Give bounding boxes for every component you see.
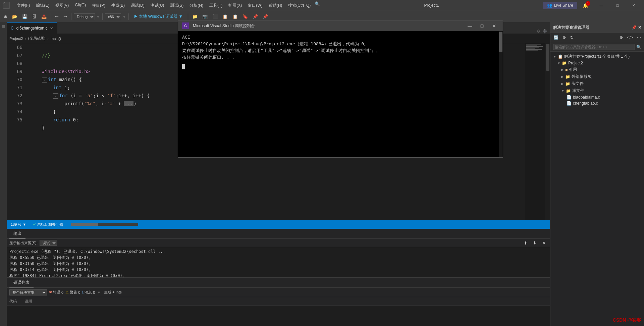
dc-close-btn[interactable]: ✕ <box>489 21 499 31</box>
toolbar-btn-extra-3[interactable]: ⬛ <box>211 13 219 20</box>
menu-help[interactable]: 帮助(H) <box>266 1 285 10</box>
toolbar-saveall-btn[interactable]: 🗄 <box>31 13 38 20</box>
zoom-status[interactable]: 189 % ▼ <box>9 222 28 226</box>
dc-line-0: ACE <box>182 34 499 41</box>
code-line-75: } <box>31 125 45 130</box>
line-num: 74 <box>7 108 22 116</box>
toolbar-open-btn[interactable]: 📂 <box>10 13 19 20</box>
menu-file[interactable]: 文件(F) <box>14 1 33 10</box>
file-chengfabiao[interactable]: 📄 chengfabiao.c <box>550 100 644 106</box>
editor-scrollbar[interactable] <box>545 43 550 220</box>
menu-window[interactable]: 窗口(W) <box>245 1 265 10</box>
solution-node[interactable]: ▼ 📋 解决方案"Project1"(1 个项目/共 1 个) <box>550 53 644 60</box>
toolbar-save-btn[interactable]: 💾 <box>20 13 29 20</box>
se-sync-btn[interactable]: 🔄 <box>552 34 560 41</box>
toolbar-btn-extra-7[interactable]: 📌 <box>251 13 260 20</box>
platform-select[interactable]: x86 <box>105 13 121 20</box>
redo-button[interactable]: ↪ <box>62 13 69 20</box>
external-deps-node[interactable]: ▶ 📁 外部依赖项 <box>550 73 644 80</box>
output-btn-1[interactable]: ⬆ <box>522 239 529 247</box>
project-node[interactable]: ▼ 📁 Project2 <box>550 60 644 66</box>
file-biaobaidaima-label: biaobaidaima.c <box>573 95 600 100</box>
minimap <box>525 43 545 220</box>
menu-view[interactable]: 视图(V) <box>53 1 71 10</box>
debug-config-select[interactable]: Debug <box>74 13 95 20</box>
menu-project[interactable]: 项目(P) <box>89 1 108 10</box>
se-refresh-btn[interactable]: ↻ <box>569 34 575 41</box>
toolbar-sep-2 <box>71 13 71 20</box>
menu-analyze[interactable]: 分析(N) <box>187 1 206 10</box>
no-issues-status[interactable]: ✔ 未找到相关问题 <box>32 222 64 227</box>
dc-maximize-btn[interactable]: □ <box>477 21 487 31</box>
se-code-btn[interactable]: </> <box>626 34 635 41</box>
se-pin-icon[interactable]: 📌 <box>632 25 637 30</box>
se-more-btn[interactable]: ⋯ <box>635 34 643 41</box>
solution-tree: ▼ 📋 解决方案"Project1"(1 个项目/共 1 个) ▼ 📁 Proj… <box>550 52 644 326</box>
live-share-button[interactable]: 👥 Live Share <box>543 2 577 9</box>
debug-console-scrollbar[interactable] <box>499 31 503 157</box>
se-close-icon[interactable]: ✕ <box>638 25 641 30</box>
dc-minimize-btn[interactable]: — <box>465 21 475 31</box>
toolbar-btn-extra-4[interactable]: 📋 <box>221 13 229 20</box>
minimize-button[interactable]: — <box>594 0 609 11</box>
menu-edit[interactable]: 编辑(E) <box>33 1 52 10</box>
header-files-node[interactable]: ▶ 📁 头文件 <box>550 80 644 87</box>
output-tab[interactable]: 输出 <box>9 229 25 238</box>
solution-label: 解决方案"Project1"(1 个项目/共 1 个) <box>564 54 630 59</box>
new-tab-icon[interactable]: ➕ <box>542 29 547 34</box>
menu-test2[interactable]: 测试(S) <box>167 1 186 10</box>
breadcrumb-project[interactable]: Project2 <box>9 37 23 41</box>
dc-cursor: █ <box>182 64 185 69</box>
menu-extensions[interactable]: 扩展(X) <box>226 1 245 10</box>
info-count-badge: ℹ 消息 0 <box>82 290 95 295</box>
menu-test1[interactable]: 测试(U) <box>148 1 167 10</box>
toolbar-btn-extra-8[interactable]: 📌 <box>261 13 270 20</box>
menu-build[interactable]: 生成(B) <box>109 1 127 10</box>
breadcrumb-symbol[interactable]: main() <box>51 37 61 41</box>
output-btn-2[interactable]: ⬇ <box>531 239 538 247</box>
scroll-thumb[interactable] <box>546 44 549 71</box>
references-node[interactable]: ▶ ■ 引用 <box>550 66 644 73</box>
toolbar-btn-extra-2[interactable]: 📷 <box>201 13 209 20</box>
editor-tab-active[interactable]: C di5zhangshixun.c ✕ <box>7 22 57 34</box>
se-props-btn[interactable]: ⚙ <box>618 34 625 41</box>
toolbar-btn-extra-5[interactable]: 📋 <box>231 13 239 20</box>
se-search-icon[interactable]: 🔍 <box>636 45 641 49</box>
breadcrumb-sep-1: › <box>25 37 26 41</box>
notification-bell[interactable]: 🔔 1 <box>583 2 588 8</box>
se-search-input[interactable] <box>553 44 635 50</box>
tab-options-icon[interactable]: ⚙ <box>537 29 540 34</box>
debug-scroll-thumb[interactable] <box>499 32 502 52</box>
toolbar-btn-extra-6[interactable]: 🔖 <box>241 13 250 20</box>
menu-tools[interactable]: 工具(T) <box>207 1 225 10</box>
output-panel-toolbar: 显示输出来源(S): 调试 ⬆ ⬇ ✕ <box>7 239 550 247</box>
output-btn-3[interactable]: ✕ <box>540 239 547 247</box>
file-c-icon-1: 📄 <box>567 95 572 100</box>
watermark: CSDN @宾客 <box>613 317 641 323</box>
tab-close-icon[interactable]: ✕ <box>50 26 53 31</box>
file-biaobaidaima[interactable]: 📄 biaobaidaima.c <box>550 94 644 100</box>
scroll-progress-fill <box>71 223 98 226</box>
error-list-tab[interactable]: 错误列表 <box>9 278 34 287</box>
toolbar-publish-btn[interactable]: 📤 <box>40 13 48 20</box>
toolbar-new-btn[interactable]: ⊕ <box>2 13 9 20</box>
breadcrumb-scope[interactable]: (全局范围) <box>28 36 45 41</box>
line-num: 67 <box>7 51 22 59</box>
menu-search[interactable]: 搜索(Ctrl+Q) <box>285 1 313 10</box>
se-filter-btn[interactable]: ⚙ <box>561 34 568 41</box>
output-source-select[interactable]: 调试 <box>40 240 57 246</box>
error-scope-select[interactable]: 整个解决方案 <box>9 289 47 295</box>
info-label: 消息 <box>85 290 92 295</box>
vs-logo: ⬛ <box>3 2 10 9</box>
undo-button[interactable]: ↩ <box>53 13 60 20</box>
output-content: Project2.exe (进程 ?): 已退出. C:\Windows\Sys… <box>7 247 550 277</box>
maximize-button[interactable]: □ <box>610 0 625 11</box>
source-files-node[interactable]: ▼ 📁 源文件 <box>550 87 644 94</box>
menu-debug[interactable]: 调试(D) <box>128 1 147 10</box>
menu-git[interactable]: Git(G) <box>72 1 89 10</box>
run-debugger-button[interactable]: ▶ 本地 Windows 调试器 ▼ <box>131 13 185 20</box>
toolbar-btn-extra-1[interactable]: 📁 <box>191 13 199 20</box>
activity-icon-1[interactable]: ☰ <box>2 23 5 30</box>
info-icon: ℹ <box>82 290 84 294</box>
close-button[interactable]: ✕ <box>626 0 641 11</box>
